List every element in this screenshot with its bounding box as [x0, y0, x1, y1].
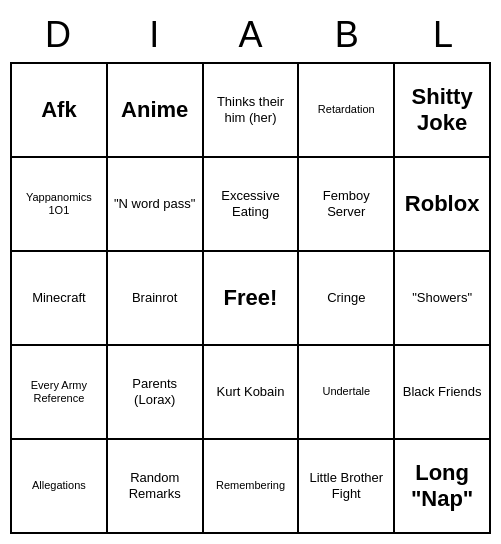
bingo-card: DIABL AfkAnimeThinks their him (her)Reta…	[0, 0, 501, 544]
header-letter-B: B	[299, 10, 395, 60]
cell-r3-c3: Undertale	[299, 346, 395, 440]
cell-r4-c2: Remembering	[204, 440, 300, 534]
bingo-header: DIABL	[10, 10, 491, 60]
cell-r3-c1: Parents (Lorax)	[108, 346, 204, 440]
header-letter-A: A	[202, 10, 298, 60]
cell-r3-c4: Black Friends	[395, 346, 491, 440]
cell-r0-c3: Retardation	[299, 64, 395, 158]
cell-r1-c1: "N word pass"	[108, 158, 204, 252]
cell-r0-c0: Afk	[12, 64, 108, 158]
cell-r2-c1: Brainrot	[108, 252, 204, 346]
cell-r1-c3: Femboy Server	[299, 158, 395, 252]
cell-r4-c3: Little Brother Fight	[299, 440, 395, 534]
header-letter-D: D	[10, 10, 106, 60]
header-letter-I: I	[106, 10, 202, 60]
cell-r2-c2: Free!	[204, 252, 300, 346]
cell-r1-c2: Excessive Eating	[204, 158, 300, 252]
cell-r1-c4: Roblox	[395, 158, 491, 252]
cell-r4-c1: Random Remarks	[108, 440, 204, 534]
cell-r2-c3: Cringe	[299, 252, 395, 346]
cell-r1-c0: Yappanomics 1O1	[12, 158, 108, 252]
cell-r2-c4: "Showers"	[395, 252, 491, 346]
cell-r0-c2: Thinks their him (her)	[204, 64, 300, 158]
cell-r3-c0: Every Army Reference	[12, 346, 108, 440]
cell-r4-c0: Allegations	[12, 440, 108, 534]
bingo-grid: AfkAnimeThinks their him (her)Retardatio…	[10, 62, 491, 534]
cell-r0-c4: Shitty Joke	[395, 64, 491, 158]
cell-r4-c4: Long "Nap"	[395, 440, 491, 534]
cell-r3-c2: Kurt Kobain	[204, 346, 300, 440]
header-letter-L: L	[395, 10, 491, 60]
cell-r2-c0: Minecraft	[12, 252, 108, 346]
cell-r0-c1: Anime	[108, 64, 204, 158]
